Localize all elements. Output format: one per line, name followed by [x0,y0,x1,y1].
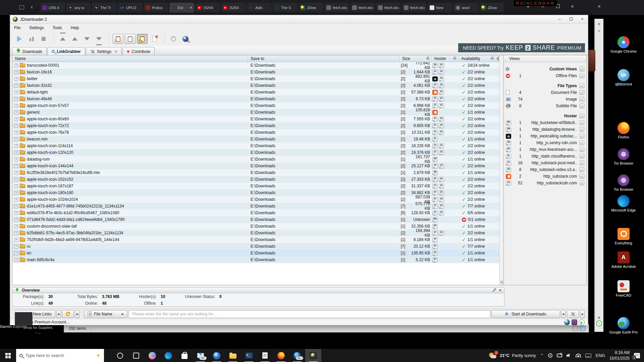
taskbar-icon-mail[interactable]: 99+ [193,349,209,362]
move-down-button[interactable] [82,34,92,44]
menu-item-help[interactable]: Help [71,25,79,30]
remove-links-button[interactable] [149,34,160,44]
maximize-button[interactable] [565,15,577,23]
table-row[interactable]: +apple-touch-icon-152x152E:\Downloads[2]… [12,176,504,183]
table-row[interactable]: +twitterE:\Downloads[2]882.891 KBSCm✓2/2… [12,75,504,82]
expand-icon[interactable]: + [14,64,18,67]
expand-icon[interactable]: + [14,238,18,242]
table-row[interactable]: +datadog-rumE:\Downloads[1]161.737 KBDRm… [12,156,504,163]
views-row-hoster[interactable]: BDm1http_bucketeer-e05bbc8..✓ [504,119,586,126]
table-row[interactable]: +apple-touch-icon-144x144E:\Downloads[2]… [12,163,504,169]
table-row[interactable]: +apple-touch-icon-60x60E:\Downloads[2]7.… [12,116,504,122]
taskbar-icon-copilot[interactable] [144,349,160,362]
clipboard-refresh-toggle[interactable] [125,34,136,44]
table-row[interactable]: +ed4bc578-ff7e-4b3c-b1d2-ff0c6fcd5467_10… [12,209,504,216]
menu-item-settings[interactable]: Settings [29,25,44,30]
browser-back-icon[interactable]: ‹ [31,3,33,10]
table-row[interactable]: +transcoded-00001E:\Downloads[24]772.642… [12,62,504,69]
expand-icon[interactable]: + [14,131,18,134]
taskbar-icon-thunderbird[interactable]: 99+ [289,349,305,362]
desktop-icon-freecad[interactable]: FreeCAD [606,280,641,298]
table-row[interactable]: +favicon-32x32E:\Downloads[2]4.061 KBSTm… [12,82,504,89]
expand-icon[interactable]: + [14,124,18,128]
globe-icon[interactable] [564,319,570,325]
expand-icon[interactable]: + [14,258,18,262]
checkbox[interactable]: ✓ [580,154,584,159]
expand-icon[interactable]: + [14,184,18,188]
table-row[interactable]: +enE:\Downloads[1]135.95 KBSCm✓1/1 onlin… [12,250,504,256]
expand-icon[interactable]: + [14,97,18,101]
taskbar-icon-jdownloader[interactable] [305,349,321,362]
checkbox[interactable]: ✓ [580,181,584,185]
taskbar-icon-notes[interactable] [257,349,273,362]
premium-ad-banner[interactable]: NEED SPEED? Try KEEP 2 SHARE PREMIUM [458,43,585,52]
tab-close-icon[interactable]: × [115,49,117,54]
details-view-icon[interactable] [573,326,578,331]
column-header-hoster[interactable]: Hoster [432,55,459,62]
views-header-file-types[interactable]: File Types✓ [504,82,586,89]
browser-tab[interactable]: UPLO [118,3,143,13]
expand-icon[interactable]: + [14,111,18,114]
desktop-icon-everything[interactable]: Everything [606,228,641,246]
browser-tab[interactable]: fetch.idcd [376,3,401,13]
column-header-availability[interactable]: Availability [459,55,496,62]
language-indicator[interactable]: ENG [596,353,605,358]
table-row[interactable]: +d1e1c473-d455-4877-86fd-745b0242221b_11… [12,203,504,209]
desktop-icon-shop-label[interactable]: Shop for Supplies - ... [23,325,53,335]
table-row[interactable]: +favicon-48x48E:\Downloads[2]6.73 KBSTmS… [12,96,504,102]
column-header-size[interactable]: Size [399,55,432,62]
pin-icon[interactable] [492,289,496,292]
overview-header[interactable]: Overview × [12,287,504,293]
browser-tab[interactable]: any w [66,3,91,13]
tab-contribute[interactable]: ♥Contribute [122,47,155,56]
browser-tab[interactable]: fetch.idcd [350,3,375,13]
tray-expand-icon[interactable]: ⌃ [540,353,544,358]
expand-icon[interactable]: + [14,77,18,81]
checkbox[interactable]: ✓ [580,174,584,179]
expand-icon[interactable]: + [14,84,18,87]
table-row[interactable]: +apple-touch-icon-76x76E:\Downloads[2]10… [12,129,504,136]
views-row-hoster[interactable]: SCm52http_substackcdn.com✓ [504,180,586,186]
spinner-icon[interactable] [168,34,179,44]
scroll-up-icon[interactable]: ▲ [595,315,603,319]
expand-icon[interactable]: + [14,151,18,155]
views-row-hoster[interactable]: SDm8http_substack-video.s3.a..✓ [504,166,586,173]
record-icon[interactable] [548,353,552,358]
expand-icon[interactable]: + [14,144,18,148]
views-row-hoster[interactable]: 2http_substack.com✓ [504,173,586,180]
thumbnail-view-icon[interactable] [580,326,585,331]
table-row[interactable]: +b25dbb81-575c-4ec5-87ac-3bb04fa201bc_11… [12,230,504,236]
table-row[interactable]: +071d6476-5dd2-4dd3-bfa1-cd624eee9db4_13… [12,216,504,223]
browser-close-button[interactable]: × [571,3,574,9]
expand-icon[interactable]: + [14,171,18,175]
expand-icon[interactable]: + [14,90,18,94]
browser-tab[interactable]: New [428,3,452,13]
menu-item-tools[interactable]: Tools [53,25,62,30]
desktop-icon-acrobat[interactable]: AAdobe Acrobat [606,251,641,269]
browser-tab[interactable]: fetch.idcd [324,3,349,13]
views-row-image[interactable]: 74Image✓ [504,96,586,103]
expand-icon[interactable]: + [14,225,18,228]
browser-tab[interactable]: (5264 [221,3,246,13]
move-to-top-button[interactable] [57,34,68,44]
wifi-icon[interactable] [576,354,581,358]
taskbar-search-input[interactable] [25,353,93,358]
checkbox[interactable]: ✓ [580,167,584,172]
weather-widget[interactable]: 1 21°C Partly sunny [488,352,536,359]
tab-linkgrabber[interactable]: LinkGrabber [47,47,85,56]
minimize-button[interactable]: – [554,15,565,23]
desktop-icon-chrome[interactable]: Google Chrome [606,36,641,54]
taskbar-icon-store[interactable] [176,349,193,362]
views-row-offline-files[interactable]: 1Offline Files✓ [504,72,586,79]
expand-icon[interactable]: + [14,245,18,248]
desktop-close-button[interactable]: × [598,3,601,9]
checkbox[interactable]: ✓ [580,97,584,102]
collapse-chevrons-icon[interactable]: » [597,28,602,33]
views-row-hoster[interactable]: STm18http_substack-post-med..✓ [504,160,586,166]
tab-settings[interactable]: Settings× [86,47,122,56]
start-all-downloads-button[interactable]: Start all Downloads [491,310,560,318]
checkbox[interactable]: ✓ [580,161,584,165]
move-to-bottom-button[interactable] [94,34,104,44]
table-row[interactable]: +genericE:\Downloads[1]105.828 KB✓1/1 on… [12,109,504,116]
expand-icon[interactable]: + [14,104,18,108]
